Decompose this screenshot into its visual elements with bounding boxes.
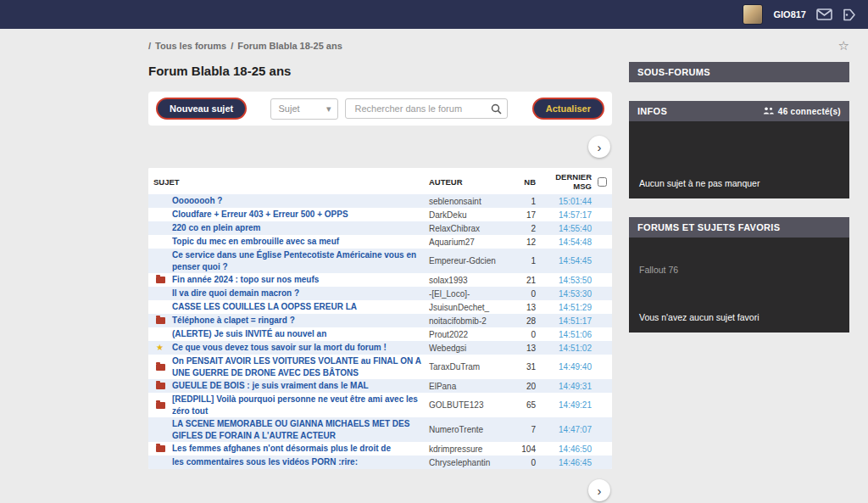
topic-link[interactable]: Oooooooh ?	[172, 195, 429, 207]
topic-last-msg-time[interactable]: 15:01:44	[536, 197, 592, 206]
search-group: Sujet ▾	[270, 98, 508, 120]
breadcrumb-link-current[interactable]: Forum Blabla 18-25 ans	[237, 41, 342, 51]
topic-author: GOLBUTE123	[429, 400, 510, 410]
table-row: [REDPILL] Voilà pourquoi personne ne veu…	[148, 393, 612, 417]
folder-icon	[156, 277, 165, 283]
search-field	[345, 98, 508, 119]
topic-reply-count: 2	[510, 224, 536, 233]
search-icon[interactable]	[491, 103, 502, 118]
topic-author: Aquarium27	[429, 238, 510, 247]
topic-last-msg-time[interactable]: 14:53:50	[536, 276, 592, 285]
header-author: AUTEUR	[429, 177, 510, 187]
favorite-forum-link[interactable]: Fallout 76	[639, 265, 839, 275]
topic-author: Chryselephantin	[429, 458, 510, 467]
search-scope-value: Sujet	[278, 103, 299, 114]
refresh-button[interactable]: Actualiser	[532, 98, 604, 120]
folder-icon	[156, 383, 165, 389]
table-row: les commentaires sous les vidéos PORN :r…	[148, 455, 612, 469]
topic-reply-count: 65	[510, 400, 536, 410]
favorite-star-icon[interactable]: ☆	[838, 39, 849, 52]
header-subject: SUJET	[153, 177, 429, 187]
pager-top: ›	[150, 136, 610, 158]
table-row: CASSE LES COUILLES LA OOPSS EREUR LA Jsu…	[148, 300, 612, 314]
topic-link[interactable]: Il va dire quoi demain macron ?	[172, 288, 429, 299]
favoris-box: Fallout 76 Vous n'avez aucun sujet favor…	[629, 238, 849, 333]
topic-last-msg-time[interactable]: 14:46:50	[536, 444, 592, 454]
topic-link[interactable]: Téléphone à clapet = ringard ?	[172, 315, 429, 327]
table-row: Il va dire quoi demain macron ? -[El_Loc…	[148, 287, 612, 300]
topic-link[interactable]: (ALERTE) Je suis INVITÉ au nouvel an	[172, 328, 429, 340]
connected-count-label: 46 connecté(s)	[778, 107, 841, 116]
topic-last-msg-time[interactable]: 14:46:45	[536, 458, 592, 467]
topic-link[interactable]: Fin année 2024 : topo sur nos meufs	[172, 274, 429, 286]
topic-link[interactable]: Ce service dans une Église Pentecotiste …	[172, 249, 429, 272]
table-row: (ALERTE) Je suis INVITÉ au nouvel an Pro…	[148, 327, 612, 341]
page-title: Forum Blabla 18-25 ans	[148, 64, 612, 78]
infos-title: INFOS	[637, 106, 667, 116]
mail-icon[interactable]	[816, 8, 832, 20]
topic-link[interactable]: les commentaires sous les vidéos PORN :r…	[172, 456, 429, 468]
folder-icon	[156, 364, 165, 371]
connected-count: 46 connecté(s)	[763, 107, 841, 116]
topic-last-msg-time[interactable]: 14:51:17	[536, 316, 592, 326]
topic-link[interactable]: GUEULE DE BOIS : je suis vraiment dans l…	[172, 380, 429, 392]
table-body: Oooooooh ? seblenonsaint 1 15:01:44 Clou…	[148, 194, 612, 469]
topic-author: DarkDeku	[429, 210, 510, 220]
next-page-button[interactable]: ›	[588, 479, 610, 501]
topic-last-msg-time[interactable]: 14:51:29	[536, 303, 592, 312]
topic-last-msg-time[interactable]: 14:49:40	[536, 362, 592, 372]
next-page-button[interactable]: ›	[588, 136, 610, 158]
topic-reply-count: 12	[510, 238, 536, 247]
topic-last-msg-time[interactable]: 14:54:45	[536, 256, 592, 265]
new-topic-button[interactable]: Nouveau sujet	[156, 98, 247, 120]
topic-link[interactable]: [REDPILL] Voilà pourquoi personne ne veu…	[172, 394, 429, 416]
topic-reply-count: 0	[510, 330, 536, 339]
topic-author: kdrimpressure	[429, 444, 510, 454]
topic-last-msg-time[interactable]: 14:49:21	[536, 400, 592, 410]
search-input[interactable]	[345, 98, 508, 119]
search-scope-select[interactable]: Sujet ▾	[270, 98, 338, 120]
topic-last-msg-time[interactable]: 14:49:31	[536, 382, 592, 391]
select-all-checkbox[interactable]	[598, 177, 607, 187]
tag-icon[interactable]	[843, 8, 856, 21]
topic-reply-count: 20	[510, 382, 536, 391]
topic-status-gutter: ★	[153, 344, 172, 352]
sous-forums-header: SOUS-FORUMS	[629, 62, 849, 82]
topic-link[interactable]: Ce que vous devez tous savoir sur la mor…	[172, 342, 429, 354]
topic-author: JsuisunDechet_	[429, 303, 510, 312]
topic-author: seblenonsaint	[429, 197, 510, 206]
topic-link[interactable]: CASSE LES COUILLES LA OOPSS EREUR LA	[172, 301, 429, 313]
users-icon	[763, 107, 774, 116]
topic-link[interactable]: Cloudfare + Erreur 403 + Erreur 500 + OP…	[172, 209, 429, 221]
topic-link[interactable]: On PENSAIT AVOIR LES VOITURES VOLANTE au…	[172, 355, 429, 378]
topic-last-msg-time[interactable]: 14:54:48	[536, 238, 592, 247]
topic-last-msg-time[interactable]: 14:47:07	[536, 425, 592, 434]
avatar[interactable]	[743, 4, 763, 25]
topic-table: SUJET AUTEUR NB DERNIER MSG Oooooooh ? s…	[148, 168, 612, 469]
favoris-empty-text: Vous n'avez aucun sujet favori	[639, 312, 839, 322]
breadcrumb-link-forums[interactable]: Tous les forums	[155, 41, 226, 51]
topic-last-msg-time[interactable]: 14:51:06	[536, 330, 592, 339]
topic-last-msg-time[interactable]: 14:51:02	[536, 344, 592, 353]
breadcrumb: / Tous les forums / Forum Blabla 18-25 a…	[148, 41, 342, 51]
table-header: SUJET AUTEUR NB DERNIER MSG	[148, 168, 612, 194]
topic-last-msg-time[interactable]: 14:55:40	[536, 224, 592, 233]
table-row: Oooooooh ? seblenonsaint 1 15:01:44	[148, 194, 612, 208]
topic-author: -[El_Loco]-	[429, 289, 510, 299]
topic-last-msg-time[interactable]: 14:53:30	[536, 289, 592, 299]
username[interactable]: GIO817	[773, 9, 806, 20]
topic-reply-count: 28	[510, 316, 536, 326]
header-checkbox-cell	[592, 177, 607, 187]
topic-reply-count: 0	[510, 289, 536, 299]
topbar: GIO817	[0, 0, 868, 29]
header-last-msg: DERNIER MSG	[536, 172, 592, 191]
topic-link[interactable]: LA SCENE MEMORABLE OU GIANNA MICHAELS ME…	[172, 418, 429, 441]
topic-link[interactable]: Topic du mec en embrouille avec sa meuf	[172, 236, 429, 248]
topic-last-msg-time[interactable]: 14:57:17	[536, 210, 592, 220]
topic-link[interactable]: Les femmes afghanes n'ont désormais plus…	[172, 443, 429, 455]
sous-forums-title: SOUS-FORUMS	[637, 67, 710, 77]
breadcrumb-separator: /	[148, 41, 151, 51]
folder-icon	[156, 317, 165, 324]
topic-link[interactable]: 220 co en plein aprem	[172, 222, 429, 234]
topic-reply-count: 104	[510, 444, 536, 454]
